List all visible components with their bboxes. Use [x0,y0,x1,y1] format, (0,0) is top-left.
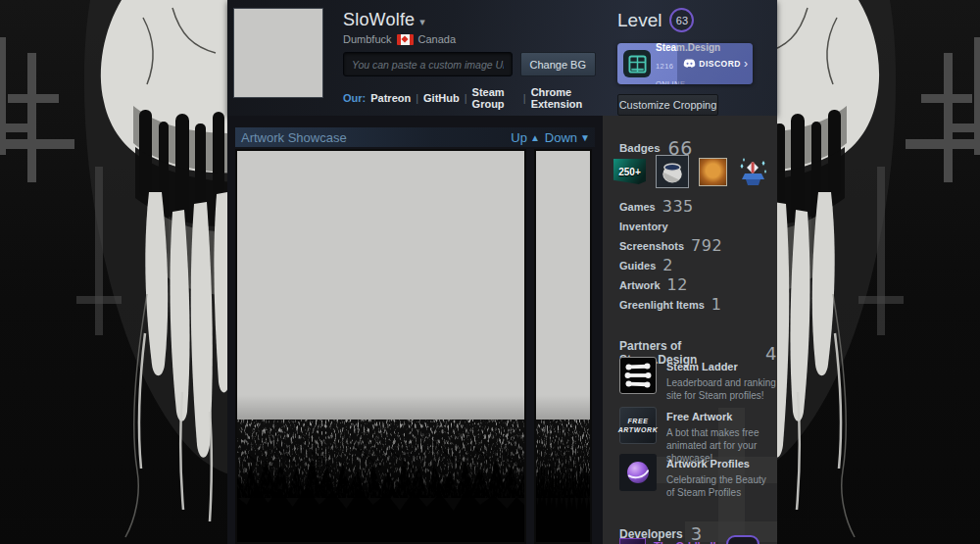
link-steam-group[interactable]: Steam Group [472,86,518,110]
canada-flag-icon [397,34,414,45]
custom-image-url-input[interactable] [343,52,513,76]
country-label: Canada [418,33,457,45]
profile-header: SloWolfe ▾ Dumbfuck Canada Change BG Our… [227,0,777,116]
up-arrow-icon: ▲ [530,131,540,143]
customize-cropping-button[interactable]: Customize Cropping [617,94,718,116]
artwork-showcase: Artwork Showcase Up ▲ Down ▼ [227,116,603,544]
showcase-title: Artwork Showcase [241,130,347,145]
move-up-button[interactable]: Up ▲ [511,130,540,145]
discord-brand-label: DISCORD [699,59,741,69]
chevron-right-icon: › [744,58,748,70]
discord-brand: DISCORD › [677,43,753,84]
developer-the-oddball[interactable]: The Oddball [619,538,716,544]
grunge-texture [237,395,524,542]
profile-subline: Dumbfuck Canada [343,33,596,45]
link-patreon[interactable]: Patreon [370,92,411,104]
avatar[interactable] [233,8,323,98]
username: SloWolfe [343,10,415,30]
change-bg-button[interactable]: Change BG [520,52,596,76]
stat-artwork[interactable]: Artwork12 [619,278,722,291]
partner-steam-ladder[interactable]: Steam Ladder Leaderboard and ranking sit… [619,357,776,402]
discord-widget[interactable]: Steam.Design 1216 ONLINE DISCORD › [617,43,753,84]
grunge-texture [536,395,590,542]
stat-inventory[interactable]: Inventory [619,220,722,232]
level-label: Level [617,10,662,31]
partner-artwork-profiles[interactable]: Artwork Profiles Celebrating the Beauty … [619,454,776,499]
link-chrome-extension[interactable]: Chrome Extension [531,86,596,110]
our-label: Our: [343,92,366,104]
separator: | [416,92,418,104]
username-dropdown[interactable]: SloWolfe ▾ [343,10,596,30]
real-name: Dumbfuck [343,33,392,45]
down-arrow-icon: ▼ [580,131,590,143]
profile-content: SloWolfe ▾ Dumbfuck Canada Change BG Our… [227,0,777,544]
chevron-down-icon: ▾ [419,12,425,28]
profile-sidebar: Badges 66 250+ [603,116,777,544]
free-artwork-icon: FREE ARTWORK [619,407,657,444]
stat-games[interactable]: Games335 [619,200,722,213]
discord-logo-icon [683,59,696,69]
stat-greenlight-items[interactable]: Greenlight Items1 [619,298,722,311]
separator: | [465,92,467,104]
artwork-image-side[interactable] [534,149,592,544]
artwork-image-main[interactable] [235,149,526,544]
separator: | [523,92,526,104]
badge-pot-icon[interactable] [656,155,689,188]
planet-icon [619,454,657,491]
cut-off-widget[interactable] [726,535,760,544]
stat-guides[interactable]: Guides2 [619,259,722,272]
badges-label: Badges [619,142,661,154]
badge-crystal-icon[interactable] [737,156,769,188]
badge-coin-icon[interactable] [699,158,727,186]
steam-design-icon [623,50,651,77]
level-badge: 63 [669,8,694,32]
move-down-button[interactable]: Down ▼ [545,130,590,145]
link-github[interactable]: GitHub [423,92,460,104]
stat-screenshots[interactable]: Screenshots792 [619,239,722,252]
level-display: Level 63 [617,6,766,34]
ladder-icon [619,357,657,394]
badge-250-plus[interactable]: 250+ [613,159,646,184]
developer-avatar [619,538,646,544]
